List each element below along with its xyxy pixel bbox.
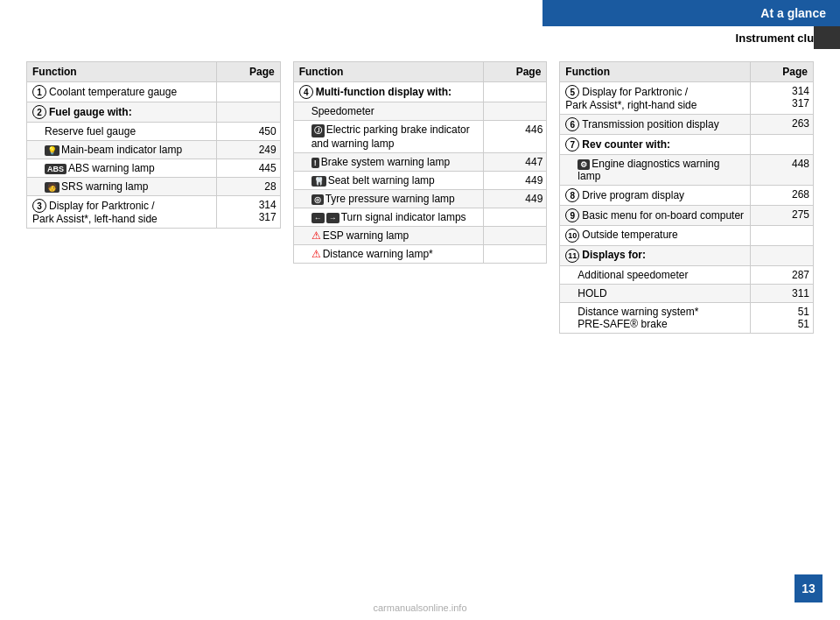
row-page: 249: [217, 141, 280, 159]
row-page: [750, 226, 813, 246]
row-page: 446: [483, 121, 546, 153]
col2-function-header: Function: [293, 62, 483, 82]
col3-function-header: Function: [560, 62, 750, 82]
col1-page-header: Page: [217, 62, 280, 82]
circle-10: 10: [565, 229, 579, 243]
table-row: ◎Tyre pressure warning lamp 449: [293, 190, 547, 208]
row-label: 🧑SRS warning lamp: [27, 178, 217, 196]
table-section-3: Function Page 5Display for Parktronic /P…: [559, 61, 814, 334]
col1-function-header: Function: [27, 62, 217, 82]
circle-3: 3: [32, 199, 46, 213]
row-label: ⚙Engine diagnostics warning lamp: [560, 155, 750, 186]
row-label: ⚠ESP warning lamp: [293, 227, 483, 245]
table-row: HOLD 311: [560, 285, 814, 303]
row-label: 10Outside temperature: [560, 226, 750, 246]
table-row: 4Multi-function display with:: [293, 82, 547, 102]
table-row: ABSABS warning lamp 445: [27, 159, 281, 178]
row-page: 275: [750, 206, 813, 226]
table-row: ⒿElectric parking brake indicator and wa…: [293, 121, 547, 153]
watermark: carmanualsonline.info: [373, 602, 466, 613]
brake-icon: !: [312, 158, 319, 168]
table-row: 11Displays for:: [560, 246, 814, 266]
row-page: 287: [750, 266, 813, 285]
row-page: [217, 82, 280, 102]
col2-page-header: Page: [483, 62, 546, 82]
row-label: 5Display for Parktronic /Park Assist*, r…: [560, 82, 750, 115]
table-section-2: Function Page 4Multi-function display wi…: [293, 61, 548, 334]
row-page: 449: [483, 172, 546, 190]
tyre-icon: ◎: [312, 194, 324, 205]
circle-2: 2: [32, 105, 46, 119]
table-row: ←→Turn signal indicator lamps: [293, 208, 547, 227]
row-label: 2Fuel gauge with:: [27, 102, 217, 123]
row-page: 5151: [750, 303, 813, 334]
row-label: 7Rev counter with:: [560, 135, 750, 155]
table-row: ⚠Distance warning lamp*: [293, 245, 547, 264]
table-row: Speedometer: [293, 102, 547, 121]
circle-7: 7: [565, 137, 579, 151]
table-row: ⚠ESP warning lamp: [293, 227, 547, 245]
row-page: 450: [217, 123, 280, 141]
row-label: ABSABS warning lamp: [27, 159, 217, 178]
row-label: ◎Tyre pressure warning lamp: [293, 190, 483, 208]
row-label: Speedometer: [293, 102, 483, 121]
table-row: 7Rev counter with:: [560, 135, 814, 155]
page-number: 13: [794, 574, 822, 602]
table-row: 6Transmission position display 263: [560, 115, 814, 135]
row-label: ⚠Distance warning lamp*: [293, 245, 483, 264]
row-page: [483, 82, 546, 102]
table-row: 5Display for Parktronic /Park Assist*, r…: [560, 82, 814, 115]
row-label: ←→Turn signal indicator lamps: [293, 208, 483, 227]
table-row: 🦷Seat belt warning lamp 449: [293, 172, 547, 190]
turn-icon-right: →: [326, 213, 340, 223]
row-page: [217, 102, 280, 123]
table-row: 3Display for Parktronic /Park Assist*, l…: [27, 196, 281, 229]
row-page: 448: [750, 155, 813, 186]
row-page: 445: [217, 159, 280, 178]
abs-icon: ABS: [45, 164, 66, 174]
row-label: Distance warning system*PRE-SAFE® brake: [560, 303, 750, 334]
row-page: 314317: [750, 82, 813, 115]
col3-page-header: Page: [750, 62, 813, 82]
table-row: Additional speedometer 287: [560, 266, 814, 285]
row-page: [750, 135, 813, 155]
row-label: Additional speedometer: [560, 266, 750, 285]
row-label: 4Multi-function display with:: [293, 82, 483, 102]
beam-icon: 💡: [45, 145, 60, 156]
epb-icon: Ⓙ: [312, 124, 325, 137]
table-row: ⚙Engine diagnostics warning lamp 448: [560, 155, 814, 186]
row-label: 1Coolant temperature gauge: [27, 82, 217, 102]
circle-5: 5: [565, 85, 579, 99]
circle-11: 11: [565, 249, 579, 263]
row-page: 263: [750, 115, 813, 135]
circle-6: 6: [565, 117, 579, 131]
table-row: 10Outside temperature: [560, 226, 814, 246]
table-1: Function Page 1Coolant temperature gauge…: [26, 61, 281, 229]
circle-9: 9: [565, 208, 579, 222]
table-row: 💡Main-beam indicator lamp 249: [27, 141, 281, 159]
row-label: HOLD: [560, 285, 750, 303]
row-label: 🦷Seat belt warning lamp: [293, 172, 483, 190]
esp-icon: ⚠: [312, 229, 321, 242]
tables-area: Function Page 1Coolant temperature gauge…: [26, 61, 814, 334]
table-row: Reserve fuel gauge 450: [27, 123, 281, 141]
row-label: 8Drive program display: [560, 186, 750, 206]
row-label: !Brake system warning lamp: [293, 153, 483, 172]
srs-icon: 🧑: [45, 182, 60, 193]
table-row: !Brake system warning lamp 447: [293, 153, 547, 172]
row-page: 28: [217, 178, 280, 196]
row-label: 3Display for Parktronic /Park Assist*, l…: [27, 196, 217, 229]
dist-icon: ⚠: [312, 248, 321, 260]
row-page: [483, 102, 546, 121]
row-label: 9Basic menu for on-board computer: [560, 206, 750, 226]
row-page: [483, 245, 546, 264]
subheader-block: [814, 26, 840, 49]
row-page: 268: [750, 186, 813, 206]
row-label: 6Transmission position display: [560, 115, 750, 135]
turn-icon-left: ←: [312, 213, 325, 223]
header-title: At a glance: [760, 6, 826, 20]
header-bar: At a glance: [542, 0, 840, 26]
row-page: [483, 208, 546, 227]
row-page: 311: [750, 285, 813, 303]
table-row: 9Basic menu for on-board computer 275: [560, 206, 814, 226]
